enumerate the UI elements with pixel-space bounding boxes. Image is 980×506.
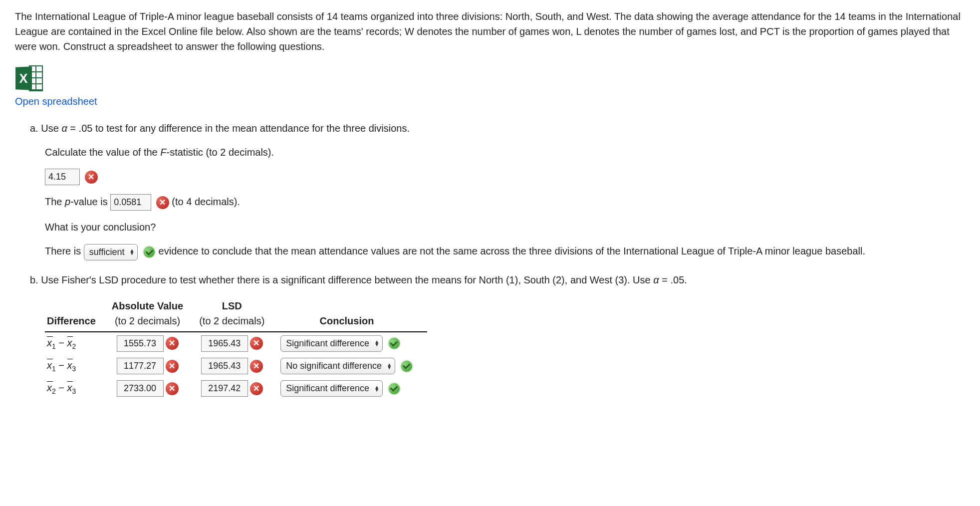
lsd-cell: 2197.42 — [197, 377, 278, 400]
concl-cell: Significant difference▲▼ — [278, 332, 427, 355]
row-conclusion-select[interactable]: Significant difference▲▼ — [280, 380, 383, 397]
abs-input[interactable]: 1177.27 — [117, 358, 164, 374]
conclusion-prompt: What is your conclusion? — [45, 220, 965, 235]
alpha-symbol-b: α — [653, 274, 659, 285]
concl-cell: No significant difference▲▼ — [278, 355, 427, 377]
row-conclusion-select[interactable]: Significant difference▲▼ — [280, 335, 383, 352]
diff-cell: x1 − x3 — [45, 355, 110, 377]
wrong-icon — [85, 171, 98, 184]
wrong-icon — [156, 196, 169, 209]
alpha-value: = .05 — [70, 123, 92, 134]
th-absolute: Absolute Value(to 2 decimals) — [110, 296, 197, 332]
correct-icon — [388, 337, 401, 350]
lsd-cell: 1965.43 — [197, 332, 278, 355]
row-conclusion-value: Significant difference — [286, 337, 369, 350]
conclusion-answer: There is sufficient ▲▼ evidence to concl… — [45, 244, 965, 260]
question-a: a. Use α = .05 to test for any differenc… — [15, 121, 965, 260]
row-conclusion-select[interactable]: No significant difference▲▼ — [280, 358, 395, 374]
th-difference: Difference — [45, 296, 110, 332]
abs-cell: 2733.00 — [110, 377, 197, 400]
f-pre: Calculate the value of the — [45, 147, 160, 158]
abs-input[interactable]: 2733.00 — [117, 380, 164, 397]
question-b: b. Use Fisher's LSD procedure to test wh… — [15, 272, 965, 400]
marker-b: b. — [30, 274, 38, 285]
lsd-input[interactable]: 1965.43 — [201, 358, 248, 374]
lsd-table-wrap: Difference Absolute Value(to 2 decimals)… — [45, 296, 965, 400]
excel-icon[interactable]: X — [15, 65, 44, 92]
qb-text: Use Fisher's LSD procedure to test wheth… — [41, 274, 653, 285]
p-post: (to 4 decimals). — [172, 196, 240, 207]
table-row: x1 − x21555.731965.43Significant differe… — [45, 332, 427, 355]
abs-cell: 1555.73 — [110, 332, 197, 355]
wrong-icon — [250, 337, 263, 350]
lsd-input[interactable]: 1965.43 — [201, 335, 248, 352]
wrong-icon — [166, 337, 179, 350]
open-spreadsheet-link[interactable]: Open spreadsheet — [15, 94, 965, 109]
f-stat-prompt: Calculate the value of the F-statistic (… — [45, 145, 965, 160]
concl-post: evidence to conclude that the mean atten… — [159, 246, 865, 256]
wrong-icon — [250, 360, 263, 373]
row-conclusion-value: No significant difference — [286, 359, 382, 373]
diff-cell: x2 − x3 — [45, 377, 110, 400]
p-letter: p — [65, 196, 70, 207]
diff-cell: x1 − x2 — [45, 332, 110, 355]
f-post: -statistic (to 2 decimals). — [166, 147, 274, 158]
lsd-table: Difference Absolute Value(to 2 decimals)… — [45, 296, 427, 400]
f-stat-input[interactable]: 4.15 — [45, 169, 80, 185]
conclusion-select[interactable]: sufficient ▲▼ — [84, 244, 138, 260]
excel-block: X Open spreadsheet — [15, 65, 965, 109]
conclusion-select-value: sufficient — [89, 246, 125, 259]
select-arrows-icon: ▲▼ — [374, 340, 379, 346]
abs-input[interactable]: 1555.73 — [117, 335, 164, 352]
F-letter: F — [160, 147, 166, 158]
wrong-icon — [166, 360, 179, 373]
alpha-value-b: = .05. — [662, 274, 687, 285]
wrong-icon — [250, 382, 263, 395]
excel-x-letter: X — [15, 66, 32, 90]
correct-icon — [143, 246, 156, 258]
f-answer-row: 4.15 — [45, 169, 965, 185]
abs-cell: 1177.27 — [110, 355, 197, 377]
wrong-icon — [166, 382, 179, 395]
alpha-symbol: α — [61, 123, 67, 134]
qa-text-1: Use — [41, 123, 61, 134]
row-conclusion-value: Significant difference — [286, 382, 369, 395]
correct-icon — [388, 382, 401, 395]
lsd-cell: 1965.43 — [197, 355, 278, 377]
th-lsd: LSD(to 2 decimals) — [197, 296, 278, 332]
p-mid: -value is — [70, 196, 110, 207]
select-arrows-icon: ▲▼ — [130, 249, 135, 255]
intro-text: The International League of Triple-A min… — [15, 9, 963, 54]
th-conclusion: Conclusion — [278, 296, 427, 332]
select-arrows-icon: ▲▼ — [374, 386, 379, 392]
concl-pre: There is — [45, 246, 84, 256]
pvalue-row: The p-value is 0.0581 (to 4 decimals). — [45, 194, 965, 211]
qa-text-2: to test for any difference in the mean a… — [95, 123, 410, 134]
correct-icon — [400, 360, 413, 373]
lsd-input[interactable]: 2197.42 — [201, 380, 248, 397]
select-arrows-icon: ▲▼ — [387, 363, 392, 369]
marker-a: a. — [30, 123, 38, 134]
table-row: x2 − x32733.002197.42Significant differe… — [45, 377, 427, 400]
p-pre: The — [45, 196, 65, 207]
p-value-input[interactable]: 0.0581 — [110, 194, 151, 211]
table-row: x1 − x31177.271965.43No significant diff… — [45, 355, 427, 377]
concl-cell: Significant difference▲▼ — [278, 377, 427, 400]
